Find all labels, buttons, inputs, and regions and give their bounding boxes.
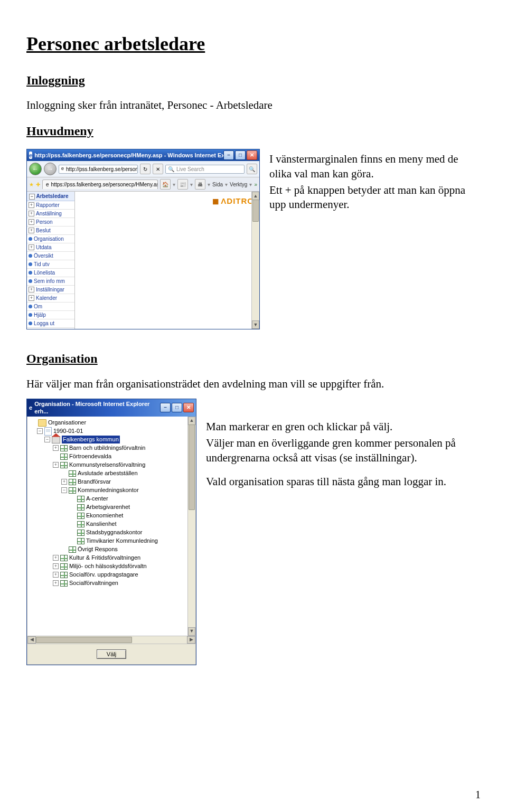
tree-label: Brandförsvar — [78, 478, 111, 485]
sidebar-item[interactable]: Om — [27, 303, 74, 311]
tree-row[interactable]: A-center — [30, 495, 195, 503]
collapse-icon[interactable]: − — [61, 487, 67, 493]
tree-label: A-center — [86, 495, 108, 502]
sidebar-item-label: Rapporter — [36, 202, 59, 209]
paragraph-org-intro: Här väljer man från organisationsträdet … — [26, 377, 481, 391]
bullet-icon — [29, 279, 32, 283]
tree-label: Timvikarier Kommunledning — [86, 537, 158, 544]
maximize-button[interactable]: □ — [235, 150, 246, 160]
expand-icon[interactable]: + — [53, 462, 59, 468]
org-icon — [69, 470, 76, 477]
tree-row[interactable]: −Falkenbergs kommun — [30, 436, 195, 444]
vertical-scrollbar[interactable]: ▲ ▼ — [187, 417, 195, 636]
expand-icon[interactable]: + — [29, 211, 34, 216]
add-favorite-icon[interactable]: ✚ — [36, 181, 40, 188]
bullet-icon — [29, 271, 32, 275]
tree-label: Kommunstyrelsensförvaltning — [69, 461, 145, 468]
sidebar-item-label: Lönelista — [34, 269, 55, 276]
tree-row[interactable]: +Kultur & Fritidsförvaltningen — [30, 554, 195, 562]
tools-menu[interactable]: Verktyg — [230, 181, 247, 188]
search-icon: 🔍 — [168, 166, 174, 173]
expand-icon[interactable]: + — [53, 563, 59, 569]
tree-label: Förtroendevalda — [69, 452, 111, 460]
expand-icon[interactable]: + — [29, 202, 34, 208]
collapse-icon[interactable]: − — [44, 437, 50, 442]
stop-button[interactable]: ✕ — [153, 164, 163, 174]
tree-row[interactable]: Kanslienhet — [30, 520, 195, 528]
tree-row[interactable]: +Brandförsvar — [30, 478, 195, 486]
sidebar-item[interactable]: Tid utv — [27, 260, 74, 269]
sidebar-item-label: Beslut — [36, 227, 51, 234]
tree-row[interactable]: Förtroendevalda — [30, 452, 195, 461]
tree-row[interactable]: +Socialförv. uppdragstagare — [30, 571, 195, 579]
back-button[interactable]: ← — [29, 163, 42, 175]
tree-row[interactable]: Övrigt Respons — [30, 545, 195, 554]
tree-row[interactable]: −Kommunledningskontor — [30, 486, 195, 495]
expand-icon[interactable]: + — [53, 445, 59, 451]
tree-row[interactable]: +Kommunstyrelsensförvaltning — [30, 461, 195, 469]
tree-row[interactable]: Arbetsgivarenhet — [30, 503, 195, 512]
paragraph-huvudmeny-1: I vänstermarginalen finns en meny med de… — [269, 152, 481, 181]
sidebar-item[interactable]: +Inställningar — [27, 286, 74, 294]
expand-icon[interactable]: + — [29, 228, 34, 233]
tree-row[interactable]: Ekonomienhet — [30, 512, 195, 520]
close-button[interactable]: ✕ — [183, 403, 194, 412]
tree-label: Kultur & Fritidsförvaltningen — [69, 554, 140, 561]
expand-icon[interactable]: + — [53, 555, 59, 561]
home-button[interactable]: 🏠 — [160, 179, 171, 190]
sidebar-item[interactable]: +Rapporter — [27, 201, 74, 210]
forward-button[interactable]: → — [44, 163, 57, 175]
org-icon — [60, 572, 68, 578]
valj-button[interactable]: Välj — [97, 649, 126, 659]
sidebar-item[interactable]: Sem info mm — [27, 277, 74, 286]
collapse-icon[interactable]: − — [37, 428, 43, 434]
expand-icon[interactable]: + — [29, 287, 34, 292]
search-go-button[interactable]: 🔍 — [247, 164, 257, 174]
sidebar-item[interactable]: Lönelista — [27, 269, 74, 277]
page-menu[interactable]: Sida — [212, 181, 223, 188]
sidebar-item[interactable]: Organisation — [27, 235, 74, 243]
sidebar-item[interactable]: Logga ut — [27, 319, 74, 328]
feeds-button[interactable]: 📰 — [177, 179, 188, 190]
bullet-icon — [29, 262, 32, 266]
org-icon — [77, 513, 84, 519]
address-bar[interactable]: e http://pss.falkenberg.se/personecp/HMe… — [59, 165, 138, 174]
org-icon — [77, 538, 84, 544]
tree-row[interactable]: Organisationer — [30, 419, 195, 427]
tree-row[interactable]: +Barn och utbildningsförvaltnin — [30, 444, 195, 452]
expand-icon[interactable]: + — [61, 479, 67, 485]
tree-row[interactable]: −1990-01-01 — [30, 427, 195, 436]
search-box[interactable]: 🔍 Live Search — [165, 165, 245, 174]
expand-icon[interactable]: + — [53, 572, 59, 578]
print-button[interactable]: 🖶 — [195, 179, 205, 190]
expand-icon[interactable]: + — [53, 580, 59, 586]
tree-row[interactable]: Stadsbyggnadskontor — [30, 528, 195, 537]
close-button[interactable]: ✕ — [247, 150, 257, 160]
tree-row[interactable]: Timvikarier Kommunledning — [30, 537, 195, 545]
favorites-icon[interactable]: ★ — [29, 181, 34, 188]
maximize-button[interactable]: □ — [172, 403, 182, 412]
tree-row[interactable]: +Miljö- och hälsoskyddsförvaltn — [30, 562, 195, 571]
sidebar-item[interactable]: +Utdata — [27, 243, 74, 252]
sidebar-item[interactable]: Hjälp — [27, 311, 74, 319]
browser-tab[interactable]: e https://pss.falkenberg.se/personecp/HM… — [42, 180, 158, 189]
sidebar-item[interactable]: +Kalender — [27, 294, 74, 303]
tree-row[interactable]: Avslutade arbestställen — [30, 469, 195, 478]
tree-label: Miljö- och hälsoskyddsförvaltn — [69, 562, 147, 570]
org-tree[interactable]: Organisationer−1990-01-01−Falkenbergs ko… — [27, 417, 195, 636]
expand-icon[interactable]: + — [29, 244, 34, 250]
vertical-scrollbar[interactable]: ▲ ▼ — [251, 192, 259, 329]
minimize-button[interactable]: – — [223, 150, 234, 160]
expand-icon[interactable]: + — [29, 295, 34, 301]
tree-label: Organisationer — [48, 419, 86, 426]
expand-icon[interactable]: + — [29, 219, 34, 225]
refresh-button[interactable]: ↻ — [140, 164, 151, 174]
sidebar-item[interactable]: +Beslut — [27, 226, 74, 235]
sidebar-item[interactable]: +Person — [27, 218, 74, 226]
org-icon — [60, 555, 68, 561]
sidebar-item[interactable]: +Anställning — [27, 210, 74, 218]
minimize-button[interactable]: – — [160, 403, 171, 412]
tree-row[interactable]: +Socialförvaltningen — [30, 579, 195, 588]
sidebar-item[interactable]: Översikt — [27, 252, 74, 260]
horizontal-scrollbar[interactable]: ◀ ▶ — [27, 636, 195, 644]
